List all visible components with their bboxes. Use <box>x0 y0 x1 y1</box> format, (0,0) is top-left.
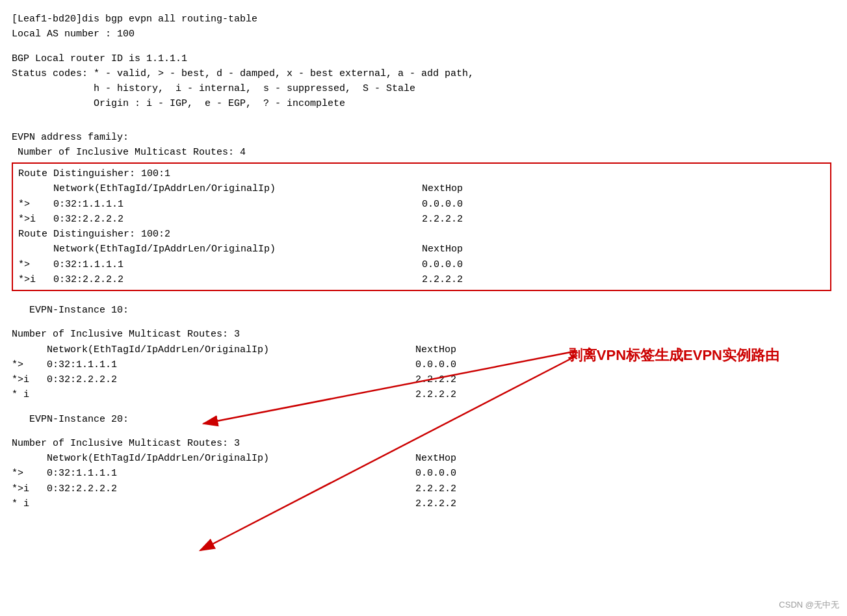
line-router-id: BGP Local router ID is 1.1.1.1 <box>12 51 831 66</box>
watermark: CSDN @无中无 <box>779 599 839 611</box>
rd-100-1-header: Route Distinguisher: 100:1 <box>18 166 825 181</box>
line-evpn-family: EVPN address family: <box>12 130 831 145</box>
instance20-route-2: *>i 0:32:2.2.2.2 2.2.2.2 <box>12 481 831 496</box>
instance20-route-3: * i 2.2.2.2 <box>12 496 831 511</box>
instance10-route-3: * i 2.2.2.2 <box>12 387 831 402</box>
evpn-instance-20: EVPN-Instance 20: <box>12 412 831 427</box>
line-status3: Origin : i - IGP, e - EGP, ? - incomplet… <box>12 96 831 111</box>
rd-100-2-route-1: *> 0:32:1.1.1.1 0.0.0.0 <box>18 257 825 272</box>
rd-100-1-route-2: *>i 0:32:2.2.2.2 2.2.2.2 <box>18 212 825 227</box>
line-multicast-count: Number of Inclusive Multicast Routes: 4 <box>12 145 831 160</box>
rd-100-1-network-header: Network(EthTagId/IpAddrLen/OriginalIp) N… <box>18 181 825 196</box>
evpn-instance-10: EVPN-Instance 10: <box>12 303 831 318</box>
rd-100-2-header: Route Distinguisher: 100:2 <box>18 227 825 242</box>
route-distinguisher-block: Route Distinguisher: 100:1 Network(EthTa… <box>12 162 831 291</box>
instance20-network-header: Network(EthTagId/IpAddrLen/OriginalIp) N… <box>12 451 831 466</box>
line-command: [Leaf1-bd20]dis bgp evpn all routing-tab… <box>12 12 831 27</box>
terminal-output: [Leaf1-bd20]dis bgp evpn all routing-tab… <box>12 12 831 160</box>
multicast-3-header: Number of Inclusive Multicast Routes: 3 <box>12 327 831 342</box>
rd-100-2-route-2: *>i 0:32:2.2.2.2 2.2.2.2 <box>18 272 825 287</box>
line-status1: Status codes: * - valid, > - best, d - d… <box>12 66 831 81</box>
rd-100-1-route-1: *> 0:32:1.1.1.1 0.0.0.0 <box>18 197 825 212</box>
instance20-route-1: *> 0:32:1.1.1.1 0.0.0.0 <box>12 466 831 481</box>
line-as: Local AS number : 100 <box>12 27 831 42</box>
multicast-3b-header: Number of Inclusive Multicast Routes: 3 <box>12 436 831 451</box>
content-area: [Leaf1-bd20]dis bgp evpn all routing-tab… <box>12 12 831 511</box>
annotation-label: 剥离VPN标签生成EVPN实例路由 <box>568 346 779 365</box>
instance10-route-2: *>i 0:32:2.2.2.2 2.2.2.2 <box>12 372 831 387</box>
line-status2: h - history, i - internal, s - suppresse… <box>12 81 831 96</box>
rd-100-2-network-header: Network(EthTagId/IpAddrLen/OriginalIp) N… <box>18 242 825 257</box>
after-box-content: EVPN-Instance 10: Number of Inclusive Mu… <box>12 294 831 511</box>
